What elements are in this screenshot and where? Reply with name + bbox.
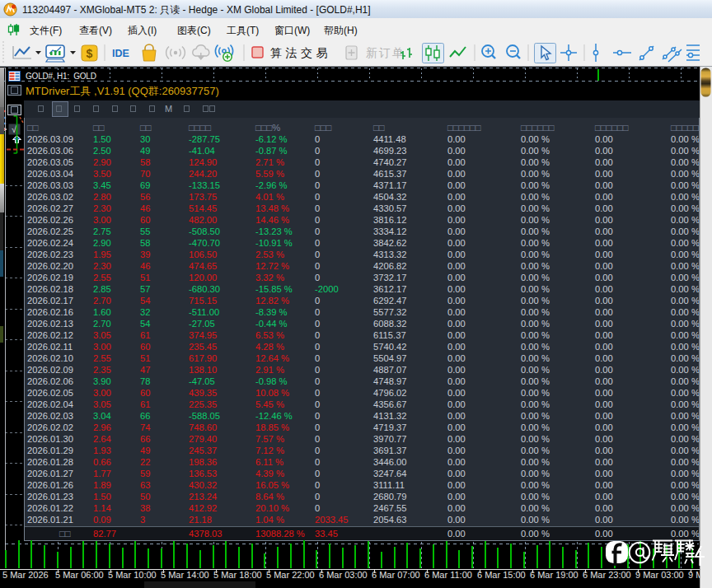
svg-text:新订单: 新订单: [366, 46, 405, 59]
svg-text:$: $: [87, 47, 93, 60]
svg-text:算法交易: 算法交易: [270, 46, 331, 59]
svg-text:IDE: IDE: [112, 48, 129, 59]
